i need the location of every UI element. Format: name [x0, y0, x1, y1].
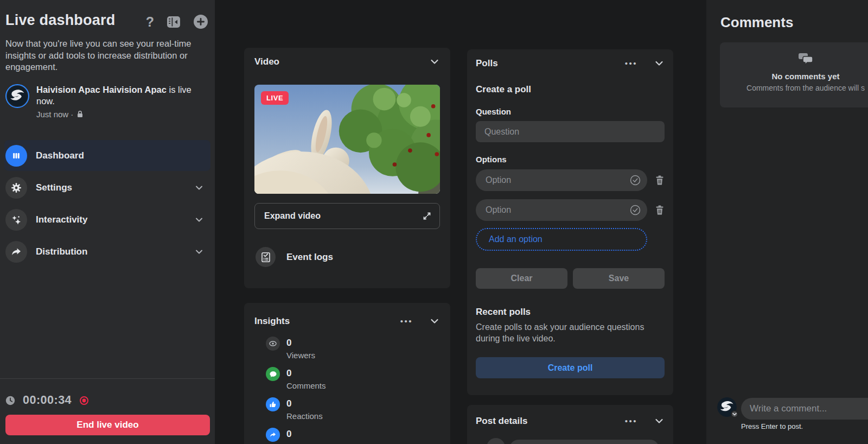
share-arrow-icon: [266, 428, 280, 442]
live-video-preview: LIVE: [254, 85, 440, 194]
video-card: Video: [244, 48, 450, 288]
sidebar-item-dashboard[interactable]: Dashboard: [4, 140, 210, 171]
comments-empty-state: No comments yet Comments from the audien…: [720, 42, 868, 107]
add-option-button[interactable]: Add an option: [476, 228, 647, 251]
check-circle-icon: [630, 175, 641, 188]
comments-title: Comments: [720, 14, 868, 31]
polls-card: Polls ••• Create a poll Question Options: [467, 49, 673, 395]
composer-hint: Press Enter to post.: [741, 422, 803, 430]
record-icon: [79, 396, 89, 405]
save-button[interactable]: Save: [573, 268, 665, 289]
video-card-title: Video: [254, 56, 413, 67]
gear-icon: [5, 177, 27, 199]
comments-panel: Comments No comments yet Comments from t…: [706, 0, 868, 444]
stat-comments: 0 Comments: [266, 366, 440, 390]
stat-value: 0: [286, 427, 291, 441]
live-status: Haivision Apac Haivision Apac is live no…: [5, 84, 208, 120]
chevron-down-icon: [194, 183, 204, 193]
stat-value: 0: [286, 336, 315, 350]
clock-icon: [5, 396, 15, 405]
more-icon[interactable]: •••: [400, 319, 413, 324]
collapse-panel-icon[interactable]: [166, 15, 181, 29]
eye-icon: [266, 337, 280, 351]
post-details-header: Post details •••: [476, 416, 665, 427]
comments-empty-subtitle: Comments from the audience will s: [720, 84, 868, 92]
stat-label: Reactions: [286, 412, 323, 421]
sidebar-item-label: Settings: [36, 182, 186, 193]
sidebar-actions: ?: [146, 12, 208, 29]
expand-video-label: Expand video: [264, 211, 422, 221]
share-icon: [5, 241, 27, 263]
composer-avatar[interactable]: [717, 397, 737, 417]
stat-shares: 0: [266, 427, 440, 442]
post-message-field[interactable]: [509, 440, 659, 444]
event-logs-button[interactable]: Event logs: [254, 247, 440, 267]
more-icon[interactable]: •••: [625, 418, 637, 424]
more-icon[interactable]: •••: [625, 61, 637, 66]
delete-option-icon[interactable]: [655, 205, 665, 215]
sidebar-item-settings[interactable]: Settings: [4, 172, 210, 203]
insights-stats: 0 Viewers 0 Comments: [254, 336, 440, 442]
comments-empty-title: No comments yet: [720, 72, 868, 81]
sidebar-footer: 00:00:34 End live video: [0, 378, 215, 444]
option-input[interactable]: [476, 169, 647, 191]
sidebar-item-label: Dashboard: [36, 150, 204, 161]
video-card-header: Video: [254, 56, 440, 67]
chevron-down-icon[interactable]: [654, 58, 665, 69]
insights-card: Insights ••• 0 Viewers: [244, 303, 450, 444]
sidebar-item-interactivity[interactable]: Interactivity: [4, 204, 210, 235]
event-logs-label: Event logs: [286, 252, 333, 263]
recent-polls-description: Create polls to ask your audience questi…: [476, 321, 665, 344]
stat-label: Viewers: [286, 351, 315, 360]
clear-button[interactable]: Clear: [476, 268, 567, 289]
expand-icon: [422, 211, 432, 221]
event-logs-icon: [256, 247, 276, 267]
comment-icon: [266, 367, 280, 381]
timer-value: 00:00:34: [23, 394, 72, 407]
poll-option-row: [476, 169, 665, 191]
insights-card-title: Insights: [254, 316, 400, 327]
live-producer-screen: Live dashboard ?: [0, 0, 868, 444]
stat-value: 0: [286, 397, 323, 411]
stream-timer: 00:00:34: [0, 379, 215, 407]
question-label: Question: [476, 107, 665, 116]
sidebar-item-label: Distribution: [36, 246, 186, 257]
chevron-down-icon: [194, 247, 204, 257]
dashboard-icon: [5, 145, 27, 167]
poll-option-row: [476, 199, 665, 221]
page-title: Live dashboard: [5, 12, 146, 29]
check-circle-icon: [630, 205, 641, 218]
chevron-down-icon[interactable]: [429, 316, 440, 327]
insights-card-header: Insights •••: [254, 316, 440, 327]
comment-input[interactable]: [741, 398, 868, 420]
post-details-title: Post details: [476, 416, 625, 427]
end-live-video-button[interactable]: End live video: [5, 415, 210, 435]
polls-card-header: Polls •••: [476, 58, 665, 69]
avatar: [5, 84, 29, 108]
options-label: Options: [476, 155, 665, 164]
expand-video-button[interactable]: Expand video: [254, 203, 440, 229]
stat-reactions: 0 Reactions: [266, 397, 440, 421]
poll-actions: Clear Save: [476, 268, 665, 289]
post-details-card: Post details •••: [467, 405, 673, 444]
stat-viewers: 0 Viewers: [266, 336, 440, 360]
recent-polls-heading: Recent polls: [476, 307, 665, 318]
sidebar-item-distribution[interactable]: Distribution: [4, 236, 210, 267]
chat-bubbles-icon: [798, 52, 813, 66]
create-poll-button[interactable]: Create poll: [476, 357, 665, 378]
add-icon[interactable]: [193, 14, 208, 29]
live-status-meta: Just now ·: [36, 109, 202, 120]
chevron-down-icon[interactable]: [429, 56, 440, 67]
sidebar: Live dashboard ?: [0, 0, 215, 444]
chevron-down-icon: [194, 215, 204, 225]
live-status-text: Haivision Apac Haivision Apac is live no…: [36, 84, 202, 120]
option-input[interactable]: [476, 199, 647, 221]
delete-option-icon[interactable]: [655, 175, 665, 186]
stat-value: 0: [286, 366, 326, 380]
sidebar-description: Now that you're live you can see your re…: [5, 38, 208, 73]
chevron-down-icon[interactable]: [654, 416, 665, 427]
live-badge: LIVE: [261, 91, 289, 105]
question-input[interactable]: [476, 121, 665, 142]
help-icon[interactable]: ?: [146, 15, 154, 29]
avatar-chevron-icon: [731, 410, 738, 418]
